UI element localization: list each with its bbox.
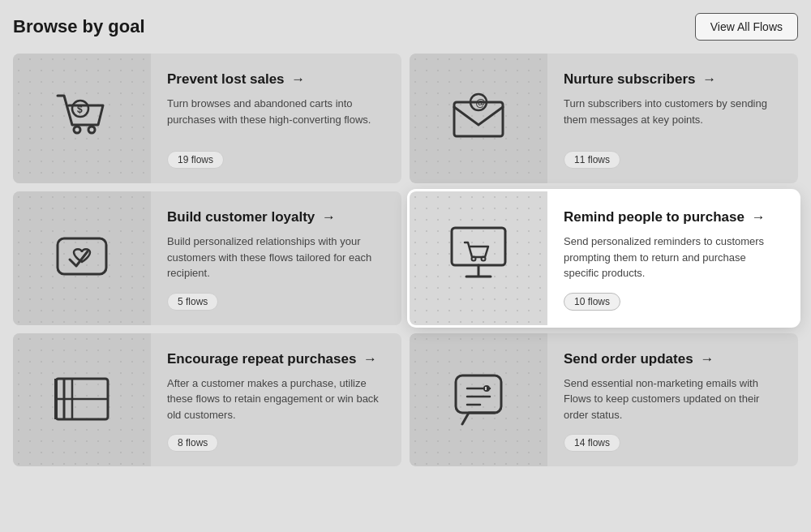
- svg-point-10: [482, 257, 486, 261]
- card-title-build-customer-loyalty: Build customer loyalty →: [167, 209, 385, 225]
- view-all-flows-button[interactable]: View All Flows: [695, 13, 798, 41]
- card-icon-area-nurture-subscribers: @: [410, 54, 547, 183]
- card-arrow-build-customer-loyalty: →: [322, 209, 336, 225]
- svg-point-0: [74, 127, 80, 133]
- card-arrow-remind-people-to-purchase: →: [752, 209, 766, 225]
- svg-point-1: [88, 127, 95, 133]
- card-content-nurture-subscribers: Nurture subscribers → Turn subscribers i…: [547, 54, 798, 183]
- card-content-send-order-updates: Send order updates → Send essential non-…: [547, 333, 798, 467]
- flow-badge-encourage-repeat-purchases: 8 flows: [167, 434, 218, 452]
- card-icon-area-prevent-lost-sales: $: [13, 54, 151, 183]
- card-description-send-order-updates: Send essential non-marketing emails with…: [564, 375, 782, 423]
- monitor-cart-icon: [442, 220, 515, 296]
- cart-dollar-icon: $: [49, 84, 114, 152]
- card-icon-area-encourage-repeat-purchases: [13, 333, 151, 467]
- svg-text:$: $: [77, 104, 83, 115]
- flow-badge-build-customer-loyalty: 5 flows: [167, 293, 218, 311]
- card-title-nurture-subscribers: Nurture subscribers →: [564, 71, 782, 88]
- heart-chat-icon: [49, 224, 114, 292]
- card-content-remind-people-to-purchase: Remind people to purchase → Send persona…: [547, 191, 798, 325]
- card-nurture-subscribers[interactable]: @ Nurture subscribers → Turn subscribers…: [410, 54, 798, 183]
- svg-rect-7: [58, 238, 106, 274]
- card-icon-area-remind-people-to-purchase: [410, 191, 547, 325]
- card-arrow-prevent-lost-sales: →: [291, 71, 305, 87]
- chat-list-icon: [446, 366, 511, 434]
- flow-badge-nurture-subscribers: 11 flows: [564, 151, 620, 169]
- card-content-prevent-lost-sales: Prevent lost sales → Turn browses and ab…: [151, 54, 401, 183]
- card-title-send-order-updates: Send order updates →: [564, 351, 782, 367]
- header: Browse by goal View All Flows: [13, 13, 798, 41]
- card-title-remind-people-to-purchase: Remind people to purchase →: [564, 209, 782, 225]
- flow-badge-send-order-updates: 14 flows: [564, 434, 620, 452]
- card-arrow-send-order-updates: →: [700, 351, 714, 367]
- book-icon: [49, 366, 114, 434]
- cards-grid: $ Prevent lost sales → Turn browses and …: [13, 54, 798, 466]
- card-icon-area-send-order-updates: [410, 333, 547, 467]
- card-remind-people-to-purchase[interactable]: Remind people to purchase → Send persona…: [410, 191, 798, 325]
- page-title: Browse by goal: [13, 16, 145, 37]
- card-description-remind-people-to-purchase: Send personalized reminders to customers…: [564, 234, 782, 281]
- card-send-order-updates[interactable]: Send order updates → Send essential non-…: [410, 333, 798, 467]
- svg-text:@: @: [476, 97, 486, 109]
- svg-rect-17: [456, 375, 501, 413]
- card-content-build-customer-loyalty: Build customer loyalty → Build personali…: [151, 191, 401, 325]
- card-description-prevent-lost-sales: Turn browses and abandoned carts into pu…: [167, 96, 385, 139]
- svg-point-21: [483, 385, 490, 392]
- card-build-customer-loyalty[interactable]: Build customer loyalty → Build personali…: [13, 191, 401, 325]
- flow-badge-remind-people-to-purchase: 10 flows: [564, 293, 620, 311]
- card-content-encourage-repeat-purchases: Encourage repeat purchases → After a cus…: [151, 333, 401, 467]
- card-encourage-repeat-purchases[interactable]: Encourage repeat purchases → After a cus…: [13, 333, 401, 467]
- card-icon-area-build-customer-loyalty: [13, 191, 151, 325]
- envelope-icon: @: [446, 84, 511, 152]
- page-wrapper: Browse by goal View All Flows $ Prevent …: [0, 0, 811, 532]
- card-title-prevent-lost-sales: Prevent lost sales →: [167, 71, 385, 88]
- card-prevent-lost-sales[interactable]: $ Prevent lost sales → Turn browses and …: [13, 54, 401, 183]
- card-description-build-customer-loyalty: Build personalized relationships with yo…: [167, 234, 385, 281]
- card-title-encourage-repeat-purchases: Encourage repeat purchases →: [167, 351, 385, 367]
- card-arrow-encourage-repeat-purchases: →: [363, 351, 377, 367]
- card-description-nurture-subscribers: Turn subscribers into customers by sendi…: [564, 96, 782, 139]
- svg-point-9: [472, 257, 476, 261]
- flow-badge-prevent-lost-sales: 19 flows: [167, 151, 224, 169]
- card-description-encourage-repeat-purchases: After a customer makes a purchase, utili…: [167, 375, 385, 423]
- card-arrow-nurture-subscribers: →: [702, 71, 716, 87]
